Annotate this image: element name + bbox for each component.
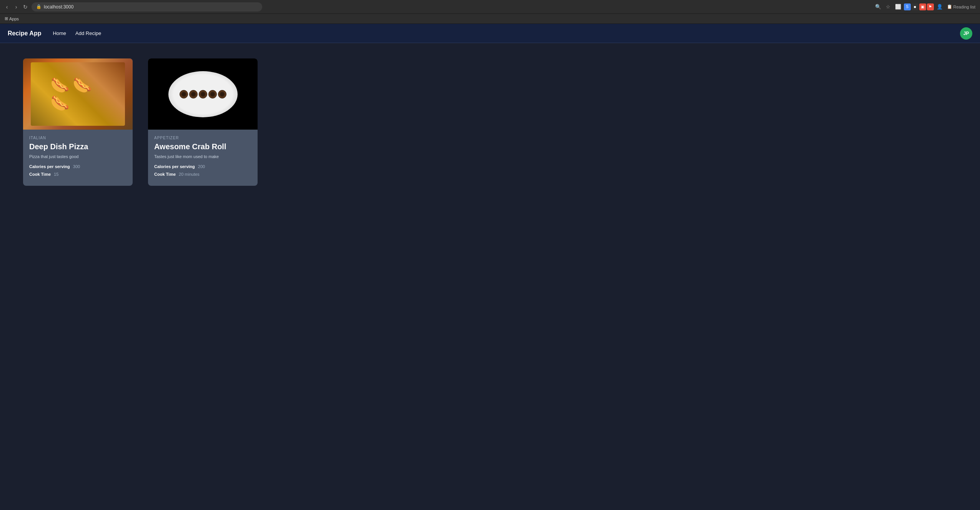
sushi-roll-2 [189, 90, 198, 98]
recipe-cook-time-sushi: Cook Time 20 minutes [154, 172, 251, 177]
recipe-calories-pizza: Calories per serving 300 [29, 164, 126, 169]
app-navbar: Recipe App Home Add Recipe JP [0, 24, 980, 43]
browser-chrome: ‹ › ↻ 🔒 localhost:3000 🔍 ☆ ⬜ S ■ ▣ ⚑ 👤 📋… [0, 0, 980, 14]
profile-button[interactable]: 👤 [935, 3, 944, 11]
nav-home[interactable]: Home [53, 30, 66, 36]
recipe-calories-sushi: Calories per serving 200 [154, 164, 251, 169]
browser-toolbar-right: 🔍 ☆ ⬜ S ■ ▣ ⚑ 👤 📋 Reading list [874, 3, 977, 11]
recipe-card-deep-dish-pizza[interactable]: ITALIAN Deep Dish Pizza Pizza that just … [23, 58, 133, 186]
app-brand: Recipe App [8, 30, 41, 37]
sushi-roll-3 [199, 90, 207, 98]
refresh-button[interactable]: ↻ [22, 3, 29, 11]
recipe-title-pizza: Deep Dish Pizza [29, 142, 126, 151]
forward-button[interactable]: › [12, 3, 20, 11]
nav-links: Home Add Recipe [53, 30, 101, 36]
back-button[interactable]: ‹ [3, 3, 11, 11]
calories-value-pizza: 300 [73, 164, 80, 169]
reading-list-button[interactable]: 📋 Reading list [945, 3, 977, 10]
recipe-title-sushi: Awesome Crab Roll [154, 142, 251, 151]
ext-icon-2[interactable]: ■ [912, 3, 918, 10]
recipe-image-sushi [148, 58, 258, 130]
zoom-button[interactable]: 🔍 [874, 3, 882, 11]
bookmarks-bar: ⊞ Apps [0, 14, 980, 24]
lock-icon: 🔒 [36, 4, 42, 9]
extension-icons: S ■ ▣ ⚑ [904, 3, 934, 10]
sushi-plate [168, 71, 238, 117]
apps-link[interactable]: ⊞ Apps [3, 15, 20, 22]
calories-value-sushi: 200 [198, 164, 205, 169]
recipes-grid: ITALIAN Deep Dish Pizza Pizza that just … [23, 58, 957, 186]
sushi-rolls [180, 90, 226, 98]
cook-time-label-pizza: Cook Time [29, 172, 51, 177]
reading-list-icon: 📋 [947, 4, 952, 9]
recipe-description-sushi: Tastes just like mom used to make [154, 154, 251, 159]
cook-time-label-sushi: Cook Time [154, 172, 176, 177]
ext-icon-3[interactable]: ▣ [919, 3, 926, 10]
recipe-category-sushi: APPETIZER [154, 136, 251, 140]
address-bar[interactable]: 🔒 localhost:3000 [32, 2, 262, 12]
user-avatar[interactable]: JP [960, 27, 972, 40]
apps-label: Apps [9, 17, 19, 21]
sushi-roll-1 [180, 90, 188, 98]
ext-icon-4[interactable]: ⚑ [927, 3, 934, 10]
reading-list-label: Reading list [953, 5, 975, 9]
ext-icon-1[interactable]: S [904, 3, 911, 10]
apps-grid-icon: ⊞ [5, 16, 8, 21]
tab-button[interactable]: ⬜ [894, 3, 902, 11]
url-display: localhost:3000 [44, 4, 73, 10]
cook-time-value-sushi: 20 minutes [179, 172, 200, 177]
nav-add-recipe[interactable]: Add Recipe [75, 30, 101, 36]
recipe-card-body-sushi: APPETIZER Awesome Crab Roll Tastes just … [148, 130, 258, 186]
bookmark-button[interactable]: ☆ [884, 3, 892, 11]
recipe-card-awesome-crab-roll[interactable]: APPETIZER Awesome Crab Roll Tastes just … [148, 58, 258, 186]
recipe-image-pizza [23, 58, 133, 130]
recipe-category-pizza: ITALIAN [29, 136, 126, 140]
main-content: ITALIAN Deep Dish Pizza Pizza that just … [0, 43, 980, 201]
recipe-cook-time-pizza: Cook Time 15 [29, 172, 126, 177]
nav-buttons: ‹ › ↻ [3, 3, 29, 11]
calories-label-pizza: Calories per serving [29, 164, 70, 169]
cook-time-value-pizza: 15 [54, 172, 58, 177]
sushi-roll-5 [218, 90, 226, 98]
sushi-roll-4 [208, 90, 217, 98]
recipe-description-pizza: Pizza that just tastes good [29, 154, 126, 159]
recipe-card-body-pizza: ITALIAN Deep Dish Pizza Pizza that just … [23, 130, 133, 186]
calories-label-sushi: Calories per serving [154, 164, 195, 169]
